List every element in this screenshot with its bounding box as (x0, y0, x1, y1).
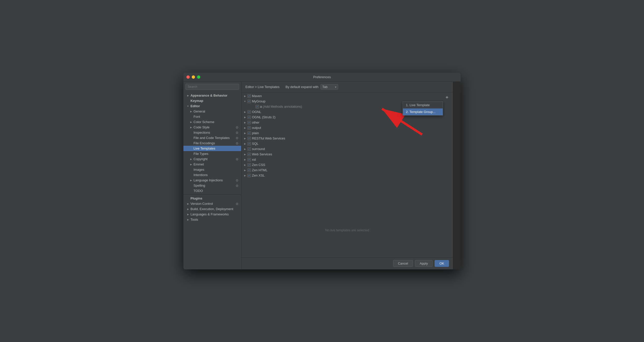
bottom-bar: Cancel Apply OK (241, 257, 453, 269)
checkbox-icon[interactable] (247, 147, 251, 151)
sidebar-item-keymap[interactable]: ▶ Keymap (183, 98, 241, 103)
sidebar-item-file-types[interactable]: ▶ File Types (183, 151, 241, 156)
expand-arrow-icon: ▼ (243, 100, 246, 103)
dropdown-menu-item-live-template[interactable]: 1. Live Template (403, 102, 443, 108)
sidebar-item-live-templates[interactable]: ▶ Live Templates (183, 146, 241, 151)
template-group-row[interactable]: ▶ Zen HTML (241, 167, 453, 173)
expand-arrow-icon: ▶ (189, 126, 192, 129)
sidebar-item-general[interactable]: ▶ General (183, 109, 241, 114)
template-group-row[interactable]: ▶ Zen CSS (241, 162, 453, 167)
expand-arrow-icon: ▶ (186, 213, 189, 216)
group-label: MyGroup (252, 99, 265, 103)
cancel-button[interactable]: Cancel (393, 260, 413, 267)
sidebar-item-languages-frameworks[interactable]: ▶ Languages & Frameworks (183, 212, 241, 217)
template-group-row[interactable]: ▶ SQL (241, 141, 453, 146)
expand-arrow-icon: ▶ (189, 110, 192, 113)
close-button[interactable] (186, 75, 190, 79)
gear-icon: ⚙ (236, 126, 239, 129)
sidebar-item-label: Intentions (194, 173, 208, 177)
sidebar-item-label: Font (194, 115, 200, 119)
maximize-button[interactable] (197, 75, 200, 79)
checkbox-icon[interactable] (247, 94, 251, 98)
checkbox-icon[interactable] (247, 158, 251, 161)
expand-arrow-icon: ▶ (189, 158, 192, 161)
sidebar-item-images[interactable]: ▶ Images (183, 167, 241, 172)
add-button[interactable]: + (444, 94, 450, 100)
sidebar: ▶ Appearance & Behavior ▶ Keymap ▼ Edito… (183, 82, 241, 269)
checkbox-icon[interactable] (247, 121, 251, 124)
no-selection-message: No live templates are selected (325, 228, 369, 232)
apply-button[interactable]: Apply (415, 260, 433, 267)
sidebar-item-emmet[interactable]: ▶ Emmet (183, 162, 241, 167)
checkbox-icon[interactable] (247, 126, 251, 130)
group-label: output (252, 126, 261, 130)
sidebar-item-spelling[interactable]: ▶ Spelling ⚙ (183, 183, 241, 188)
checkbox-icon[interactable] (247, 153, 251, 156)
sidebar-item-build-execution[interactable]: ▶ Build, Execution, Deployment (183, 206, 241, 212)
template-group-row[interactable]: ▶ plain (241, 130, 453, 136)
expand-arrow-icon: ▼ (186, 105, 189, 108)
sidebar-item-font[interactable]: ▶ Font (183, 114, 241, 119)
template-list-area: + 1. Live Template 2. Template Group... … (241, 92, 453, 257)
sidebar-item-appearance-behavior[interactable]: ▶ Appearance & Behavior (183, 93, 241, 98)
main-panel: Editor > Live Templates By default expan… (241, 82, 453, 269)
sidebar-item-inspections[interactable]: ▶ Inspections ⚙ (183, 130, 241, 135)
sidebar-item-intentions[interactable]: ▶ Intentions (183, 172, 241, 178)
dropdown-menu-item-template-group[interactable]: 2. Template Group... (403, 108, 443, 115)
ok-button[interactable]: OK (435, 260, 449, 267)
sidebar-item-label: General (194, 109, 205, 113)
checkbox-icon[interactable] (247, 174, 251, 177)
checkbox-icon[interactable] (247, 131, 251, 135)
expand-arrow-icon: ▶ (243, 132, 246, 135)
expand-arrow-icon: ▶ (243, 137, 246, 140)
template-group-row[interactable]: ▶ Web Services (241, 152, 453, 157)
sidebar-item-label: File Encodings (194, 141, 215, 145)
sidebar-item-version-control[interactable]: ▶ Version Control ⚙ (183, 201, 241, 206)
sidebar-item-copyright[interactable]: ▶ Copyright ⚙ (183, 156, 241, 162)
checkbox-icon[interactable] (247, 163, 251, 167)
expand-arrow-icon: ▶ (243, 121, 246, 124)
sidebar-item-file-encodings[interactable]: ▶ File Encodings ⚙ (183, 140, 241, 146)
expand-dropdown[interactable]: Tab Enter Space (320, 84, 338, 90)
sidebar-item-code-style[interactable]: ▶ Code Style ⚙ (183, 125, 241, 130)
minimize-button[interactable] (192, 75, 195, 79)
sidebar-item-tools[interactable]: ▶ Tools (183, 217, 241, 222)
expand-arrow-icon: ▶ (186, 208, 189, 211)
group-label: Maven (252, 94, 262, 98)
sidebar-item-editor[interactable]: ▼ Editor (183, 103, 241, 109)
template-group-row[interactable]: ▶ Maven (241, 93, 453, 99)
checkbox-icon[interactable] (255, 105, 259, 108)
checkbox-icon[interactable] (247, 116, 251, 119)
expand-arrow-icon: ▶ (243, 174, 246, 177)
template-group-row[interactable]: ▶ surround (241, 146, 453, 152)
traffic-lights (186, 75, 200, 79)
group-label: OGNL (252, 110, 261, 114)
sidebar-item-color-scheme[interactable]: ▶ Color Scheme (183, 119, 241, 125)
preferences-window: Preferences ▶ Appearance & Behavior ▶ Ke… (183, 73, 461, 269)
template-group-row[interactable]: ▶ xsl (241, 157, 453, 162)
expand-arrow-icon: ▶ (243, 116, 246, 119)
sidebar-item-file-code-templates[interactable]: ▶ File and Code Templates ⚙ (183, 135, 241, 140)
expand-label: By default expand with (285, 85, 318, 89)
expand-dropdown-wrapper[interactable]: Tab Enter Space ▼ (320, 84, 338, 90)
checkbox-icon[interactable] (247, 142, 251, 146)
template-group-row[interactable]: ▶ Zen XSL (241, 173, 453, 178)
sidebar-item-label: Build, Execution, Deployment (190, 207, 233, 211)
group-label: xsl (252, 158, 256, 161)
sidebar-item-todo[interactable]: ▶ TODO (183, 188, 241, 193)
sidebar-item-plugins[interactable]: ▶ Plugins (183, 196, 241, 201)
template-group-row[interactable]: ▶ output (241, 125, 453, 130)
checkbox-icon[interactable] (247, 110, 251, 114)
checkbox-icon[interactable] (247, 168, 251, 172)
sidebar-item-label: TODO (194, 189, 203, 193)
sidebar-item-label: Images (194, 168, 204, 172)
sidebar-item-language-injections[interactable]: ▶ Language Injections ⚙ (183, 178, 241, 183)
template-group-row[interactable]: ▶ other (241, 120, 453, 125)
sidebar-item-label: Copyright (194, 157, 208, 161)
template-group-row[interactable]: ▶ RESTful Web Services (241, 136, 453, 141)
breadcrumb: Editor > Live Templates (245, 85, 279, 89)
checkbox-icon[interactable] (247, 137, 251, 140)
checkbox-icon[interactable] (247, 100, 251, 103)
search-input[interactable] (185, 84, 239, 90)
group-label: Zen XSL (252, 174, 265, 177)
